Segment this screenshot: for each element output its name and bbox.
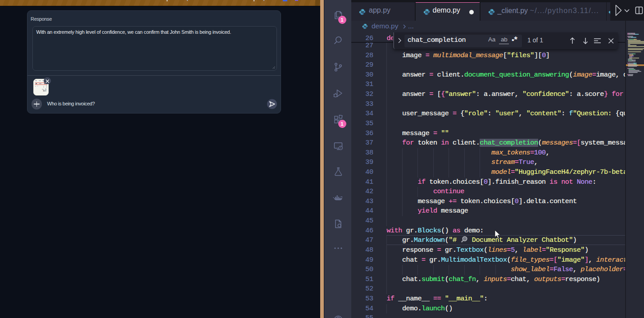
svg-text:$un: $un xyxy=(43,90,47,92)
